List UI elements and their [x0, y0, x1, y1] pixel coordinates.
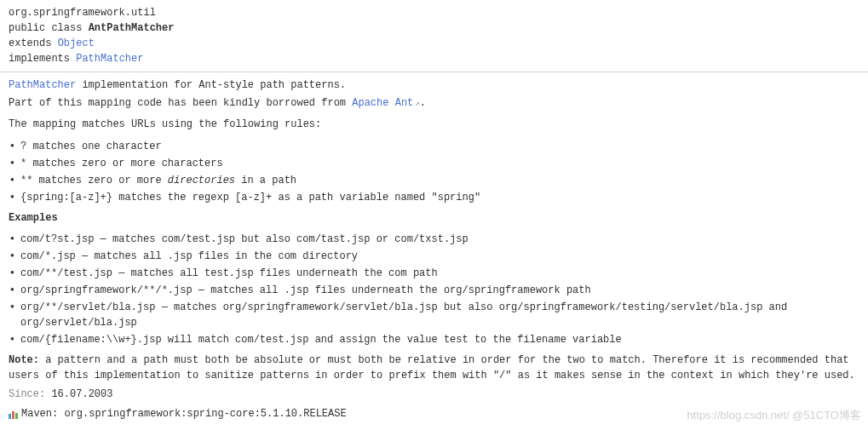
javadoc-body: PathMatcher implementation for Ant-style… [0, 72, 868, 427]
since-line: Since: 16.07.2003 [9, 387, 859, 403]
package-line: org.springframework.util [9, 5, 859, 20]
note-text: a pattern and a path must both be absolu… [9, 354, 855, 381]
pathmatcher-link[interactable]: PathMatcher [9, 79, 76, 91]
since-label: Since: [9, 388, 45, 400]
list-item: org/springframework/**/*.jsp — matches a… [9, 283, 859, 298]
rule-tail: in a path [235, 175, 296, 186]
list-item: com/{filename:\\w+}.jsp will match com/t… [9, 332, 859, 347]
list-item: org/**/servlet/bla.jsp — matches org/spr… [9, 300, 859, 330]
list-item: ? matches one character [9, 139, 859, 154]
list-item: com/*.jsp — matches all .jsp files in th… [9, 249, 859, 264]
intro-text-2: Part of this mapping code has been kindl… [9, 97, 352, 109]
rule-desc: matches zero or more characters [26, 158, 222, 169]
intro-line-2: Part of this mapping code has been kindl… [9, 95, 859, 112]
watermark-text: https://blog.csdn.net/ @51CTO博客 [687, 408, 861, 423]
note-label: Note: [9, 354, 39, 366]
class-signature-block: org.springframework.util public class An… [0, 0, 868, 72]
maven-icon [9, 410, 18, 419]
implements-label: implements [9, 53, 70, 65]
list-item: {spring:[a-z]+} matches the regexp [a-z]… [9, 190, 859, 205]
class-name: AntPathMatcher [89, 22, 175, 34]
intro-period: . [420, 97, 426, 109]
rules-list: ? matches one character * matches zero o… [9, 139, 859, 205]
rule-code: {spring:[a-z]+} [20, 192, 112, 204]
list-item: ** matches zero or more directories in a… [9, 173, 859, 188]
rule-desc: matches zero or more [32, 175, 167, 186]
extends-label: extends [9, 37, 51, 49]
apache-ant-link[interactable]: Apache Ant [352, 97, 413, 109]
rule-desc: matches one character [26, 140, 161, 152]
note-paragraph: Note: a pattern and a path must both be … [9, 353, 859, 383]
implements-link[interactable]: PathMatcher [76, 53, 143, 65]
implements-line: implements PathMatcher [9, 51, 859, 66]
extends-link[interactable]: Object [58, 37, 95, 49]
examples-heading: Examples [9, 210, 859, 226]
extends-line: extends Object [9, 36, 859, 51]
examples-list: com/t?st.jsp — matches com/test.jsp but … [9, 232, 859, 347]
list-item: com/**/test.jsp — matches all test.jsp f… [9, 266, 859, 281]
list-item: * matches zero or more characters [9, 156, 859, 171]
list-item: com/t?st.jsp — matches com/test.jsp but … [9, 232, 859, 247]
maven-text: Maven: org.springframework:spring-core:5… [21, 406, 347, 422]
intro-text-1: implementation for Ant-style path patter… [76, 79, 346, 91]
rule-code: ** [20, 175, 32, 186]
intro-line-1: PathMatcher implementation for Ant-style… [9, 77, 859, 94]
since-value: 16.07.2003 [51, 388, 112, 400]
mapping-intro: The mapping matches URLs using the follo… [9, 117, 859, 133]
class-decl-line: public class AntPathMatcher [9, 20, 859, 36]
class-modifier: public class [9, 22, 82, 34]
rule-desc: matches the regexp [a-z]+ as a path vari… [112, 192, 480, 204]
rule-italic: directories [168, 175, 235, 186]
